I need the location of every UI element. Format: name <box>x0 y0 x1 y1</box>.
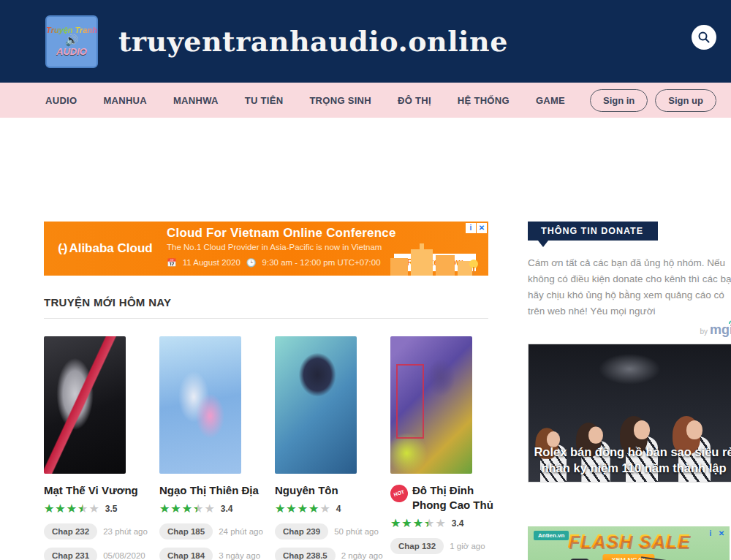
star-icon[interactable]: ★ <box>88 502 99 515</box>
mgid-attribution[interactable]: bymgid <box>528 322 731 338</box>
star-icon[interactable]: ★★ <box>77 502 88 515</box>
chapter-link[interactable]: Chap 184 <box>159 548 213 560</box>
nav-item-manhua[interactable]: MANHUA <box>103 95 147 106</box>
comic-title-text: Mạt Thế Vi Vương <box>44 483 138 498</box>
alibaba-cloud-logo: (-) Alibaba Cloud <box>44 241 167 256</box>
chapter-link[interactable]: Chap 185 <box>159 523 213 540</box>
star-icon[interactable]: ★★ <box>182 502 192 515</box>
chapter-row: Chap 23105/08/2020 <box>44 548 151 560</box>
chapter-row: Chap 18524 phút ago <box>159 523 266 540</box>
comic-title[interactable]: Nguyên Tôn <box>275 483 382 498</box>
star-icon[interactable]: ★★ <box>170 502 181 515</box>
chapter-row: Chap 23223 phút ago <box>44 523 151 540</box>
nav-item-audio[interactable]: AUDIO <box>45 95 77 106</box>
chapter-timestamp: 24 phút ago <box>219 527 263 536</box>
logo-text-audio: AUDIO <box>56 46 87 57</box>
star-icon[interactable]: ★★ <box>275 502 285 515</box>
star-icon[interactable]: ★★ <box>401 517 412 530</box>
comic-cover[interactable] <box>275 336 357 474</box>
alibaba-logo-text: Alibaba Cloud <box>69 241 152 255</box>
search-button[interactable] <box>692 25 716 50</box>
nav-item-manhwa[interactable]: MANHWA <box>173 95 219 106</box>
star-icon[interactable]: ★★ <box>298 502 308 515</box>
banner-ad-date: 11 August 2020 <box>183 258 240 267</box>
alibaba-banner-ad[interactable]: (-) Alibaba Cloud Cloud For Vietnam Onli… <box>44 222 488 276</box>
rating-value: 3.4 <box>221 504 233 514</box>
comic-title[interactable]: HOTĐô Thị Đỉnh Phong Cao Thủ <box>390 483 497 512</box>
comic-card: HOTĐô Thị Đỉnh Phong Cao Thủ★★★★★★★★★3.4… <box>390 336 497 560</box>
star-icon[interactable]: ★★ <box>193 502 203 515</box>
sign-up-button[interactable]: Sign up <box>655 89 716 112</box>
rating-value: 3.4 <box>452 518 464 529</box>
flash-sale-ad[interactable]: Antien.vn FLASH SALE XEM NGAY i ✕ <box>528 526 730 560</box>
flash-sale-title: FLASH SALE <box>528 531 730 552</box>
auth-buttons: Sign in Sign up <box>590 89 716 112</box>
page-content: (-) Alibaba Cloud Cloud For Vietnam Onli… <box>0 118 731 560</box>
chapter-row: Chap 238.52 ngày ago <box>275 548 382 560</box>
calendar-icon: 📅 <box>167 258 177 268</box>
cards-row: Mạt Thế Vi Vương★★★★★★★★★3.5Chap 23223 p… <box>44 336 497 560</box>
chapter-timestamp: 50 phút ago <box>334 527 379 536</box>
star-icon[interactable]: ★★ <box>424 517 434 530</box>
rating-stars[interactable]: ★★★★★★★★★3.5 <box>44 502 151 515</box>
donate-heading-ribbon: THÔNG TIN DONATE <box>528 222 658 241</box>
city-illustration <box>390 242 478 276</box>
chapter-timestamp: 05/08/2020 <box>103 551 145 560</box>
rating-stars[interactable]: ★★★★★★★★★3.4 <box>159 502 266 515</box>
hot-badge: HOT <box>388 483 410 504</box>
star-icon[interactable]: ★★ <box>413 517 423 530</box>
comic-title[interactable]: Mạt Thế Vi Vương <box>44 483 151 498</box>
nav-items: AUDIOMANHUAMANHWATU TIÊNTRỌNG SINHĐÔ THỊ… <box>45 95 565 106</box>
star-icon[interactable]: ★★ <box>286 502 296 515</box>
speaker-icon: 🔊 <box>65 34 79 46</box>
section-title: TRUYỆN MỚI HÔM NAY <box>44 296 497 309</box>
comic-title[interactable]: Ngạo Thị Thiên Địa <box>159 483 266 498</box>
chapter-row: Chap 23950 phút ago <box>275 523 382 540</box>
chapter-row: Chap 1843 ngày ago <box>159 548 266 560</box>
comic-cover[interactable] <box>44 336 126 474</box>
chapter-link[interactable]: Chap 232 <box>44 523 97 540</box>
star-icon[interactable]: ★★ <box>308 502 319 515</box>
section-divider <box>44 318 488 319</box>
chapter-link[interactable]: Chap 239 <box>275 523 328 540</box>
star-icon[interactable]: ★ <box>435 517 445 530</box>
header: Truyện Tranh 🔊 AUDIO truyentranhaudio.on… <box>0 0 731 83</box>
comic-title-text: Ngạo Thị Thiên Địa <box>159 483 259 498</box>
star-icon[interactable]: ★★ <box>390 517 401 530</box>
rating-stars[interactable]: ★★★★★★★★★3.4 <box>390 517 497 530</box>
rating-stars[interactable]: ★★★★★★★★★4 <box>275 502 382 515</box>
star-icon[interactable]: ★★ <box>67 502 77 515</box>
comic-cover[interactable] <box>390 336 472 474</box>
chapter-link[interactable]: Chap 231 <box>44 548 97 560</box>
sign-in-button[interactable]: Sign in <box>590 89 648 112</box>
main-nav: AUDIOMANHUAMANHWATU TIÊNTRỌNG SINHĐÔ THỊ… <box>0 83 731 118</box>
comic-cover[interactable] <box>159 336 241 474</box>
main-column: (-) Alibaba Cloud Cloud For Vietnam Onli… <box>44 118 497 560</box>
nav-item-tu-tiên[interactable]: TU TIÊN <box>245 95 284 106</box>
star-icon[interactable]: ★ <box>319 502 330 515</box>
chapter-link[interactable]: Chap 132 <box>390 538 444 554</box>
nav-item-đô-thị[interactable]: ĐÔ THỊ <box>398 95 431 106</box>
nav-item-hệ-thống[interactable]: HỆ THỐNG <box>458 95 510 106</box>
clock-icon: 🕒 <box>246 258 257 268</box>
chapter-link[interactable]: Chap 238.5 <box>275 548 336 560</box>
comic-card: Mạt Thế Vi Vương★★★★★★★★★3.5Chap 23223 p… <box>44 336 151 560</box>
site-title[interactable]: truyentranhaudio.online <box>118 25 508 58</box>
ad-info-icon[interactable]: i <box>466 223 476 233</box>
mgid-by-label: by <box>700 328 708 336</box>
ad-info-icon[interactable]: i <box>705 529 716 539</box>
rolex-native-ad[interactable]: Rolex bán đồng hồ bản sao siêu rẻ nhân k… <box>528 344 731 483</box>
chapter-row: Chap 1321 giờ ago <box>390 538 497 554</box>
star-icon[interactable]: ★★ <box>159 502 170 515</box>
site-logo[interactable]: Truyện Tranh 🔊 AUDIO <box>45 15 98 68</box>
star-icon[interactable]: ★★ <box>55 502 65 515</box>
chapter-timestamp: 1 giờ ago <box>450 542 485 550</box>
nav-item-trọng-sinh[interactable]: TRỌNG SINH <box>309 95 371 106</box>
ad-close-icon[interactable]: ✕ <box>477 223 487 233</box>
star-icon[interactable]: ★★ <box>44 502 54 515</box>
ad-close-icon[interactable]: ✕ <box>716 529 727 539</box>
star-icon[interactable]: ★ <box>204 502 214 515</box>
nav-item-game[interactable]: GAME <box>536 95 565 106</box>
comic-title-text: Đô Thị Đỉnh Phong Cao Thủ <box>412 483 497 512</box>
rating-value: 4 <box>336 504 341 514</box>
